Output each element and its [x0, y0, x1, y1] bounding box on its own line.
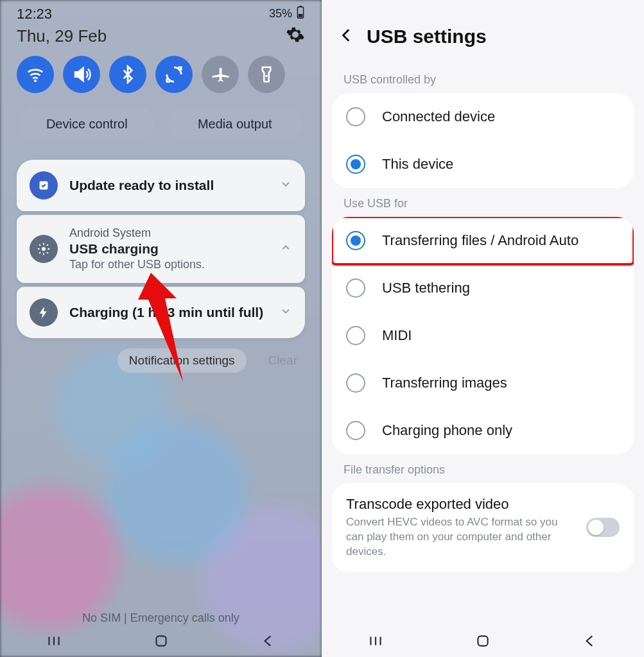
usb-title: USB charging	[69, 241, 268, 257]
svg-rect-9	[478, 636, 487, 645]
option-label: USB tethering	[382, 280, 470, 296]
radio-selected-icon	[346, 155, 365, 174]
svg-point-6	[42, 247, 46, 251]
status-bar: 12:23 35%	[5, 0, 317, 24]
radio-icon	[346, 373, 365, 393]
date-text: Thu, 29 Feb	[17, 26, 107, 46]
back-button[interactable]	[582, 633, 598, 652]
option-this-device[interactable]: This device	[332, 141, 634, 188]
date-row: Thu, 29 Feb	[5, 24, 317, 53]
svg-point-4	[265, 75, 268, 78]
radio-icon	[346, 326, 365, 345]
nav-bar	[322, 627, 644, 657]
flashlight-toggle[interactable]	[248, 56, 285, 93]
device-control-button[interactable]: Device control	[19, 107, 155, 141]
option-label: This device	[382, 156, 453, 173]
page-title: USB settings	[367, 26, 487, 47]
system-gear-icon	[30, 235, 58, 263]
quick-settings-row	[5, 53, 317, 105]
settings-gear-icon[interactable]	[286, 25, 305, 47]
battery-percent: 35%	[269, 7, 292, 21]
airplane-toggle[interactable]	[202, 56, 239, 93]
option-label: Connected device	[382, 108, 495, 125]
notification-list: Update ready to install Android System U…	[5, 153, 317, 338]
update-title: Update ready to install	[69, 178, 268, 193]
svg-point-3	[34, 80, 37, 82]
notification-footer: Notification settings Clear	[5, 338, 317, 383]
option-usb-tethering[interactable]: USB tethering	[332, 264, 634, 312]
group-usb-controlled-by: Connected device This device	[332, 93, 634, 188]
charging-title: Charging (1 h 23 min until full)	[69, 305, 268, 320]
nav-bar	[0, 627, 322, 657]
transcode-row[interactable]: Transcode exported video Convert HEVC vi…	[332, 483, 634, 572]
notification-panel-screenshot: 12:23 35% Thu, 29 Feb	[0, 0, 322, 657]
radio-selected-icon	[346, 231, 365, 250]
svg-rect-1	[299, 6, 302, 7]
option-transferring-images[interactable]: Transferring images	[332, 359, 634, 407]
chevron-down-icon	[279, 305, 292, 320]
option-connected-device[interactable]: Connected device	[332, 93, 634, 141]
home-button[interactable]	[153, 633, 170, 652]
option-label: MIDI	[382, 327, 412, 344]
notification-settings-button[interactable]: Notification settings	[117, 348, 247, 373]
section-usb-controlled-by: USB controlled by	[322, 64, 644, 93]
transcode-title: Transcode exported video	[346, 496, 573, 513]
battery-icon	[296, 5, 305, 22]
bluetooth-toggle[interactable]	[109, 56, 146, 93]
qs-pill-row: Device control Media output	[5, 105, 317, 153]
update-icon	[30, 171, 58, 200]
recents-button[interactable]	[367, 633, 384, 652]
status-icons: 35%	[257, 5, 305, 22]
wifi-toggle[interactable]	[17, 56, 54, 93]
charging-notification[interactable]: Charging (1 h 23 min until full)	[17, 287, 305, 338]
option-charging-only[interactable]: Charging phone only	[332, 407, 634, 454]
sim-status: No SIM | Emergency calls only	[0, 611, 322, 625]
svg-rect-8	[156, 636, 166, 645]
chevron-up-icon	[279, 241, 292, 257]
back-icon[interactable]	[338, 27, 355, 46]
autorotate-toggle[interactable]	[155, 56, 193, 93]
media-output-button[interactable]: Media output	[168, 107, 303, 141]
option-label: Transferring files / Android Auto	[382, 232, 579, 249]
transcode-desc: Convert HEVC videos to AVC format so you…	[346, 515, 573, 559]
chevron-down-icon	[279, 178, 292, 193]
back-button[interactable]	[260, 633, 277, 652]
radio-icon	[346, 421, 365, 440]
option-transferring-files[interactable]: Transferring files / Android Auto	[332, 217, 634, 264]
usb-settings-screen: USB settings USB controlled by Connected…	[322, 0, 644, 657]
option-midi[interactable]: MIDI	[332, 312, 634, 359]
header: USB settings	[322, 0, 644, 64]
recents-button[interactable]	[46, 633, 62, 652]
section-file-transfer-options: File transfer options	[322, 454, 644, 483]
media-output-label: Media output	[198, 117, 272, 132]
usb-source: Android System	[69, 226, 268, 240]
charging-bolt-icon	[30, 298, 58, 327]
clear-button[interactable]: Clear	[268, 348, 297, 373]
usb-notification[interactable]: Android System USB charging Tap for othe…	[17, 215, 305, 283]
radio-icon	[346, 107, 365, 126]
usb-subtitle: Tap for other USB options.	[69, 258, 268, 271]
section-use-usb-for: Use USB for	[322, 188, 644, 217]
update-notification[interactable]: Update ready to install	[17, 160, 305, 211]
sound-toggle[interactable]	[63, 56, 100, 93]
option-label: Charging phone only	[382, 422, 512, 439]
transcode-switch[interactable]	[586, 518, 620, 537]
group-file-transfer-options: Transcode exported video Convert HEVC vi…	[332, 483, 634, 572]
option-label: Transferring images	[382, 375, 507, 391]
group-use-usb-for: Transferring files / Android Auto USB te…	[332, 217, 634, 454]
device-control-label: Device control	[46, 117, 128, 132]
svg-rect-2	[299, 14, 302, 17]
clock: 12:23	[17, 6, 52, 22]
home-button[interactable]	[474, 633, 491, 652]
radio-icon	[346, 278, 365, 298]
